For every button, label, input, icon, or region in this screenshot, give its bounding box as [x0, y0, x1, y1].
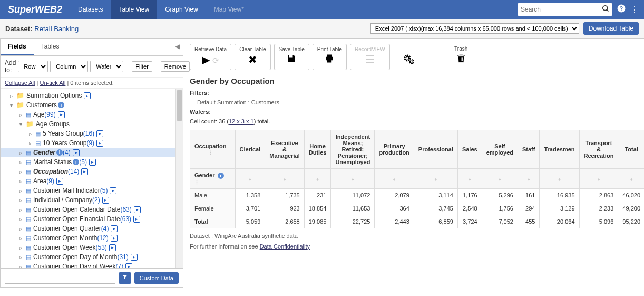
clear-table-button[interactable]: Clear Table ✖ — [235, 44, 270, 70]
nav-graph-view[interactable]: Graph View — [157, 0, 206, 19]
go-icon[interactable]: ▸ — [58, 111, 65, 118]
col-header[interactable]: Transport & Recreation — [579, 130, 618, 169]
col-header[interactable]: Clerical — [235, 130, 265, 169]
tree-row[interactable]: ▹▤Customer Open Quarter (4)▸ — [1, 224, 183, 233]
expand-icon[interactable]: ▹ — [19, 226, 26, 232]
go-icon[interactable]: ▸ — [96, 140, 103, 147]
tree-row[interactable]: ▾📁Customersi — [1, 100, 183, 110]
expand-icon[interactable]: ▹ — [19, 150, 26, 156]
sort-icon[interactable]: ♦ — [414, 169, 457, 189]
expand-icon[interactable]: ▹ — [19, 216, 26, 222]
nav-table-view[interactable]: Table View — [111, 0, 157, 19]
go-icon[interactable]: ▸ — [102, 197, 109, 204]
row-header-gender[interactable]: Gender i ⋮ — [190, 169, 236, 189]
expand-icon[interactable]: ▹ — [19, 159, 26, 165]
tree-row[interactable]: ▹▤Occupation (14)▸ — [1, 167, 183, 176]
expand-icon[interactable]: ▹ — [19, 178, 26, 184]
filter-button[interactable]: Filter — [132, 61, 152, 72]
expand-icon[interactable]: ▹ — [19, 254, 26, 260]
kebab-menu-icon[interactable]: ⋮ — [630, 5, 639, 15]
tree-row[interactable]: ▾📁Age Groups — [1, 119, 183, 129]
sort-icon[interactable]: ♦ — [265, 169, 304, 189]
tree-scrollbar[interactable] — [175, 89, 183, 268]
trash-button[interactable]: Trash — [446, 44, 476, 70]
expand-icon[interactable]: ▹ — [19, 169, 26, 175]
go-icon[interactable]: ▸ — [111, 235, 118, 242]
tree-filter-button[interactable] — [119, 272, 131, 284]
tree-row[interactable]: ▹▤Area (9)▸ — [1, 176, 183, 186]
tree-row[interactable]: ▹▤Customer Open Day of Month (31)▸ — [1, 252, 183, 262]
go-icon[interactable]: ▸ — [89, 159, 96, 166]
expand-icon[interactable]: ▹ — [10, 93, 16, 99]
info-icon[interactable]: i — [58, 102, 64, 108]
col-header[interactable]: Professional — [414, 130, 457, 169]
expand-icon[interactable]: ▹ — [19, 207, 26, 213]
tree-row[interactable]: ▹▤Customer Mail Indicator (5)▸ — [1, 186, 183, 195]
go-icon[interactable]: ▸ — [96, 130, 103, 137]
settings-button[interactable] — [393, 44, 424, 70]
go-icon[interactable]: ▸ — [133, 216, 140, 223]
expand-icon[interactable]: ▹ — [19, 112, 26, 118]
sort-icon[interactable]: ♦ — [518, 169, 539, 189]
sort-icon[interactable]: ♦ — [540, 169, 579, 189]
col-header[interactable]: Tradesmen — [540, 130, 579, 169]
collapse-all-link[interactable]: Collapse All — [5, 80, 35, 86]
tree-filter-input[interactable] — [5, 272, 115, 284]
info-icon[interactable]: i — [56, 149, 63, 156]
go-icon[interactable]: ▸ — [109, 244, 116, 251]
col-header[interactable]: Independent Means; Retired; Pensioner; U… — [331, 130, 375, 169]
go-icon[interactable]: ▸ — [134, 206, 141, 213]
scrollbar-thumb[interactable] — [177, 90, 182, 121]
retrieve-data-button[interactable]: Retrieve Data ▶ ⟳ — [190, 44, 231, 70]
info-icon[interactable]: i — [73, 159, 79, 165]
tree-row[interactable]: ▹▤Marital Statusi (5)▸ — [1, 157, 183, 167]
cell-count-link[interactable]: 12 x 3 x 1 — [229, 118, 254, 125]
print-table-button[interactable]: Print Table — [313, 44, 347, 70]
col-header[interactable]: Sales — [457, 130, 482, 169]
tree-row[interactable]: ▹▤Customer Open Financial Date (63)▸ — [1, 214, 183, 224]
expand-icon[interactable]: ▾ — [10, 102, 16, 108]
tree-row[interactable]: ▹▤Genderi (4)▸ — [1, 148, 183, 157]
go-icon[interactable]: ▸ — [73, 149, 80, 156]
search-icon[interactable] — [602, 5, 610, 14]
tree-row[interactable]: ▹▤10 Years Group (9)▸ — [1, 138, 183, 148]
tab-fields[interactable]: Fields — [1, 39, 34, 55]
expand-icon[interactable]: ▾ — [19, 121, 26, 127]
addto-column-select[interactable]: Column — [50, 61, 88, 72]
sort-icon[interactable]: ♦ — [618, 169, 644, 189]
tree-row[interactable]: ▹▤Customer Open Week (53)▸ — [1, 243, 183, 252]
expand-icon[interactable]: ▹ — [29, 131, 35, 137]
tree-row[interactable]: ▹▤Customer Open Day of Week (7)▸ — [1, 262, 183, 268]
go-icon[interactable]: ▸ — [56, 178, 63, 185]
expand-icon[interactable]: ▹ — [19, 235, 26, 241]
tree-row[interactable]: ▹▤Customer Open Calendar Date (63)▸ — [1, 205, 183, 214]
col-header[interactable]: Primary production — [375, 130, 414, 169]
tree-row[interactable]: ▹▤Individual \ Company (2)▸ — [1, 195, 183, 205]
sort-icon[interactable]: ♦ — [235, 169, 265, 189]
go-icon[interactable]: ▸ — [84, 92, 91, 99]
download-table-button[interactable]: Download Table — [583, 22, 639, 35]
sort-icon[interactable]: ♦ — [457, 169, 482, 189]
col-header-occupation[interactable]: Occupation ⋮ — [190, 130, 236, 169]
sort-icon[interactable]: ♦ — [579, 169, 618, 189]
data-confidentiality-link[interactable]: Data Confidentiality — [260, 243, 310, 250]
save-table-button[interactable]: Save Table — [274, 44, 309, 70]
tree-row[interactable]: ▹▤5 Years Group (16)▸ — [1, 129, 183, 138]
search-input[interactable] — [518, 3, 612, 16]
go-icon[interactable]: ▸ — [81, 168, 88, 175]
go-icon[interactable]: ▸ — [131, 254, 138, 261]
sort-icon[interactable]: ♦ — [304, 169, 331, 189]
expand-icon[interactable]: ▹ — [19, 188, 26, 194]
tree-row[interactable]: ▹▤Customer Open Month (12)▸ — [1, 233, 183, 243]
col-header[interactable]: Home Duties — [304, 130, 331, 169]
export-format-select[interactable]: Excel 2007 (.xlsx)(max 16,384 columns x … — [370, 23, 579, 34]
sort-icon[interactable]: ♦ — [331, 169, 375, 189]
tree-row[interactable]: ▹📁Summation Options▸ — [1, 91, 183, 100]
expand-icon[interactable]: ▹ — [29, 140, 35, 146]
col-header[interactable]: Staff — [518, 130, 539, 169]
help-icon[interactable]: ? — [617, 4, 626, 15]
addto-row-select[interactable]: Row — [18, 61, 48, 72]
sort-icon[interactable]: ♦ — [375, 169, 414, 189]
nav-datasets[interactable]: Datasets — [70, 0, 111, 19]
collapse-sidebar-icon[interactable]: ◀ — [175, 43, 180, 50]
